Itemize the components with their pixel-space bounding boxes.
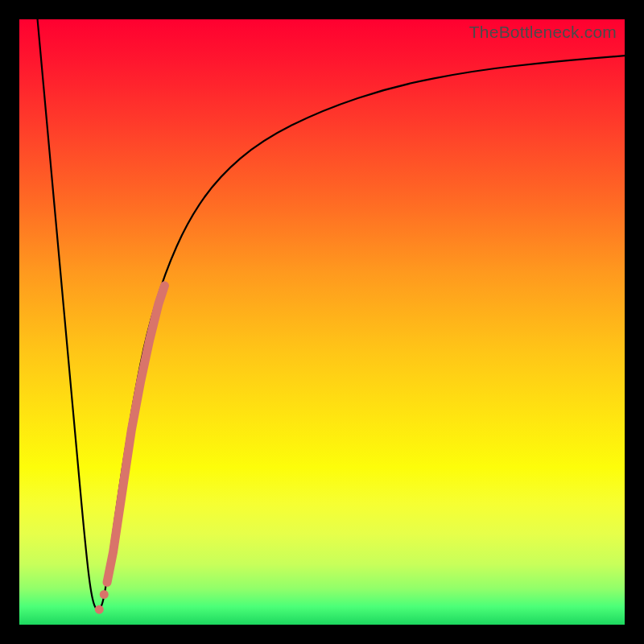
chart-svg — [19, 19, 625, 625]
highlight-dot — [100, 590, 109, 599]
highlight-dot — [95, 605, 104, 614]
bottleneck-curve-path — [38, 19, 625, 609]
plot-area: TheBottleneck.com — [19, 19, 625, 625]
chart-frame: TheBottleneck.com — [0, 0, 644, 644]
highlight-dots-group — [95, 590, 109, 614]
highlight-segment-path — [107, 286, 164, 582]
